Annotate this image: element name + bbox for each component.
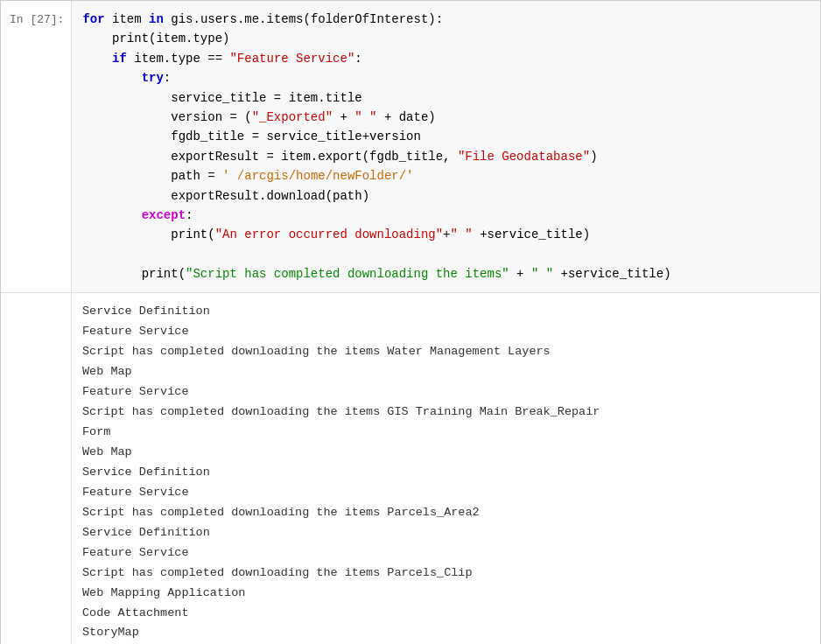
cell-code-content[interactable]: for item in gis.users.me.items(folderOfI…: [71, 1, 820, 292]
output-content: Service Definition Feature Service Scrip…: [71, 293, 820, 644]
code-cell: In [27]: for item in gis.users.me.items(…: [1, 1, 820, 293]
cell-label: In [27]:: [1, 1, 71, 35]
output-cell: Service Definition Feature Service Scrip…: [1, 293, 820, 644]
output-label: [1, 293, 71, 644]
notebook-container: In [27]: for item in gis.users.me.items(…: [0, 0, 821, 644]
